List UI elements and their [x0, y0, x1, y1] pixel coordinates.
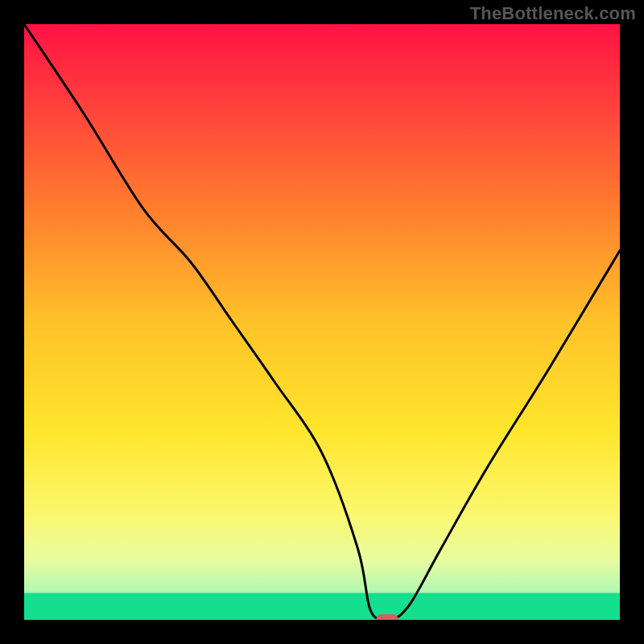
optimal-marker — [376, 614, 398, 620]
plot-area — [24, 24, 620, 620]
bottleneck-curve — [24, 24, 620, 620]
watermark-text: TheBottleneck.com — [470, 3, 636, 24]
chart-frame: TheBottleneck.com — [0, 0, 644, 644]
